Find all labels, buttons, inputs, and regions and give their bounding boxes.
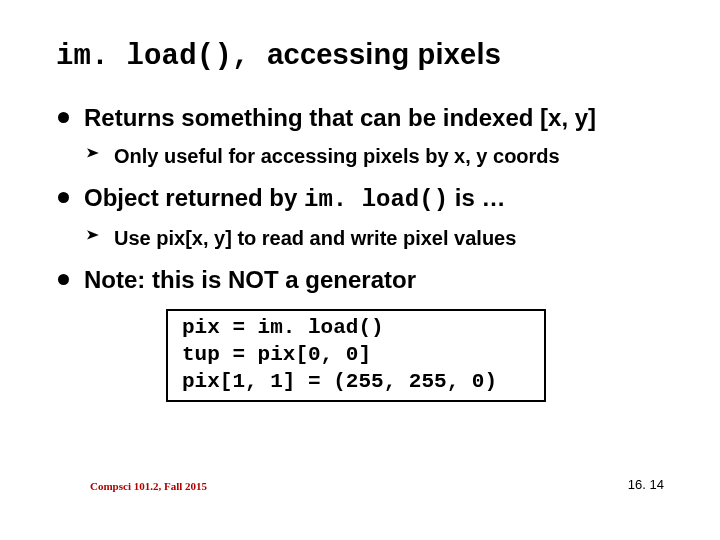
- title-rest: accessing pixels: [267, 38, 501, 70]
- footer-course: Compsci 101.2, Fall 2015: [90, 480, 207, 492]
- bullet-3: Note: this is NOT a generator: [84, 265, 664, 295]
- footer-slide-number: 16. 14: [628, 477, 664, 492]
- bullet-2-sub-text: Use pix[x, y] to read and write pixel va…: [114, 227, 516, 249]
- code-box: pix = im. load() tup = pix[0, 0] pix[1, …: [166, 309, 546, 402]
- bullet-1-sublist: Only useful for accessing pixels by x, y…: [84, 143, 664, 169]
- bullet-list: Returns something that can be indexed [x…: [56, 103, 664, 295]
- bullet-2-sublist: Use pix[x, y] to read and write pixel va…: [84, 225, 664, 251]
- bullet-1-sub: Only useful for accessing pixels by x, y…: [106, 143, 664, 169]
- bullet-2-sub: Use pix[x, y] to read and write pixel va…: [106, 225, 664, 251]
- bullet-1-text: Returns something that can be indexed [x…: [84, 104, 596, 131]
- bullet-2-post: is …: [448, 184, 505, 211]
- bullet-2-code: im. load(): [304, 186, 448, 213]
- bullet-1: Returns something that can be indexed [x…: [84, 103, 664, 169]
- title-code: im. load(),: [56, 40, 267, 73]
- bullet-1-sub-text: Only useful for accessing pixels by x, y…: [114, 145, 560, 167]
- bullet-2: Object returned by im. load() is … Use p…: [84, 183, 664, 251]
- bullet-3-text: Note: this is NOT a generator: [84, 266, 416, 293]
- slide-title: im. load(), accessing pixels: [56, 38, 664, 73]
- bullet-2-pre: Object returned by: [84, 184, 304, 211]
